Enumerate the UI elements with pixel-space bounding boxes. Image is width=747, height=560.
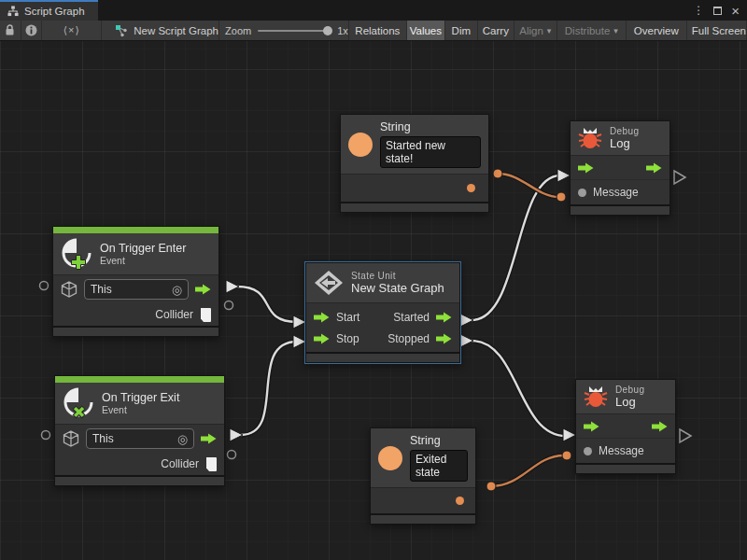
string-output-port[interactable] xyxy=(456,497,464,505)
object-picker-icon[interactable]: ◎ xyxy=(172,284,182,296)
gameobject-cube-icon xyxy=(63,430,79,447)
info-icon xyxy=(25,24,37,36)
string-output-port[interactable] xyxy=(467,184,475,192)
target-object-dropdown[interactable]: This ◎ xyxy=(84,279,189,300)
node-title: On Trigger Exit xyxy=(102,391,179,404)
script-graph-icon xyxy=(115,24,128,37)
code-view-button[interactable]: ⟨×⟩ xyxy=(42,21,102,40)
target-object-dropdown[interactable]: This ◎ xyxy=(86,428,194,449)
node-title: New State Graph xyxy=(351,281,444,295)
node-string-top[interactable]: String Started new state! xyxy=(341,115,488,212)
object-picker-icon[interactable]: ◎ xyxy=(177,433,188,445)
node-footer xyxy=(571,206,669,215)
message-input-port[interactable] xyxy=(584,447,592,455)
graph-name-cell[interactable]: New Script Graph xyxy=(102,21,219,40)
node-footer xyxy=(341,203,488,212)
node-string-bottom[interactable]: String Exited state xyxy=(371,428,475,524)
graph-name-label: New Script Graph xyxy=(134,25,218,36)
event-accent-bar xyxy=(53,227,218,233)
tab-script-graph[interactable]: Script Graph xyxy=(0,0,98,21)
chevron-down-icon: ▾ xyxy=(613,26,618,35)
wire-arrowhead xyxy=(230,428,243,441)
value-port-unconnected[interactable] xyxy=(42,431,50,440)
lock-button[interactable] xyxy=(0,21,21,40)
event-accent-bar xyxy=(55,376,224,383)
collider-value-icon[interactable] xyxy=(200,308,211,322)
distribute-dropdown[interactable]: Distribute ▾ xyxy=(557,21,627,40)
node-footer xyxy=(576,465,675,473)
node-title: Log xyxy=(610,136,639,150)
wire-stopped-to-log[interactable] xyxy=(472,341,566,436)
flow-output-port[interactable] xyxy=(195,284,211,295)
kebab-menu-icon[interactable]: ⋮ xyxy=(693,5,704,16)
flow-output-port-unconnected[interactable] xyxy=(680,429,691,442)
state-unit-icon xyxy=(314,270,344,296)
node-footer xyxy=(371,515,475,524)
flow-input-port[interactable] xyxy=(584,421,599,432)
flow-input-port[interactable] xyxy=(314,312,330,323)
node-on-trigger-exit[interactable]: On Trigger Exit Event This ◎ Collider xyxy=(55,376,224,485)
value-port-unconnected[interactable] xyxy=(225,301,233,310)
flow-output-port[interactable] xyxy=(436,312,452,323)
flow-output-port[interactable] xyxy=(646,162,662,174)
node-kind: Debug xyxy=(615,385,644,395)
zoom-slider-thumb[interactable] xyxy=(323,26,332,35)
zoom-value: 1x xyxy=(337,25,348,36)
value-port-unconnected[interactable] xyxy=(40,282,49,290)
relations-button[interactable]: Relations xyxy=(349,21,407,40)
maximize-icon[interactable] xyxy=(713,7,722,15)
value-port-unconnected[interactable] xyxy=(228,451,236,459)
node-on-trigger-enter[interactable]: On Trigger Enter Event This ◎ Collider xyxy=(53,227,218,336)
gameobject-cube-icon xyxy=(61,281,78,298)
node-debug-log-bottom[interactable]: Debug Log Message xyxy=(576,380,675,473)
flow-input-port[interactable] xyxy=(314,333,330,344)
started-port-label: Started xyxy=(393,311,430,324)
node-title: String xyxy=(410,434,468,447)
wire-arrowhead xyxy=(557,169,571,182)
flow-output-port[interactable] xyxy=(652,421,668,432)
stopped-port-label: Stopped xyxy=(388,332,430,345)
dim-button[interactable]: Dim xyxy=(445,21,478,40)
node-subtitle: Event xyxy=(102,404,179,415)
window-tab-bar: Script Graph ⋮ × xyxy=(0,0,747,21)
values-button[interactable]: Values xyxy=(407,21,445,40)
carry-button[interactable]: Carry xyxy=(478,21,514,40)
node-kind: State Unit xyxy=(351,271,444,281)
flow-output-port[interactable] xyxy=(436,333,452,344)
wire-arrowhead xyxy=(293,335,306,348)
stop-port-label: Stop xyxy=(336,332,359,345)
align-dropdown[interactable]: Align ▾ xyxy=(514,21,557,40)
node-footer xyxy=(55,477,224,485)
node-state-unit[interactable]: State Unit New State Graph Start Started xyxy=(306,263,459,362)
node-debug-log-top[interactable]: Debug Log Message xyxy=(571,121,669,215)
flow-output-port[interactable] xyxy=(201,433,217,444)
chevron-down-icon: ▾ xyxy=(547,26,552,35)
node-footer xyxy=(306,354,459,362)
close-icon[interactable]: × xyxy=(731,4,740,18)
flow-input-port[interactable] xyxy=(578,162,594,174)
bug-icon xyxy=(584,385,608,408)
node-subtitle: Event xyxy=(100,255,186,266)
trigger-enter-icon xyxy=(61,237,92,271)
node-title: String xyxy=(380,120,481,133)
string-value-input[interactable]: Started new state! xyxy=(380,136,481,168)
string-literal-icon xyxy=(348,133,373,157)
message-input-port[interactable] xyxy=(578,189,586,197)
flow-output-port-unconnected[interactable] xyxy=(674,171,685,184)
node-kind: Debug xyxy=(610,126,639,136)
string-value-input[interactable]: Exited state xyxy=(410,450,468,482)
zoom-slider[interactable] xyxy=(258,30,331,32)
tab-bar-spacer xyxy=(98,0,694,21)
tab-title: Script Graph xyxy=(24,6,85,17)
info-button[interactable] xyxy=(21,21,43,40)
wire-enter-to-start[interactable] xyxy=(237,287,297,322)
fullscreen-button[interactable]: Full Screen xyxy=(687,21,747,40)
wire-string-to-message-bottom[interactable] xyxy=(486,451,571,491)
overview-button[interactable]: Overview xyxy=(627,21,687,40)
graph-hierarchy-icon xyxy=(7,6,19,17)
wire-arrowhead xyxy=(460,314,473,327)
node-footer xyxy=(53,328,218,336)
message-port-label: Message xyxy=(593,186,639,199)
collider-value-icon[interactable] xyxy=(205,457,217,471)
wire-exit-to-stop[interactable] xyxy=(241,342,297,435)
